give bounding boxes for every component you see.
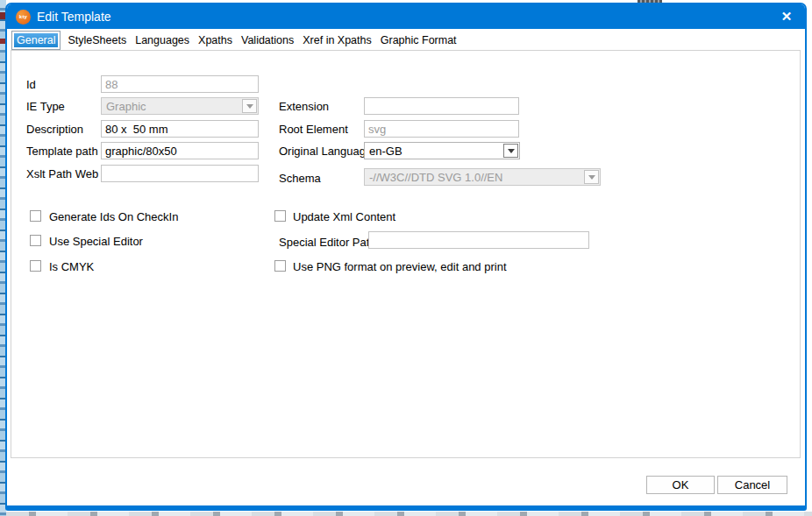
update-xml-label: Update Xml Content [293,210,395,223]
tab-bar: General StyleSheets Languages Xpaths Val… [11,31,461,50]
schema-label: Schema [279,172,321,185]
schema-dropdown-button [584,170,599,184]
special-editor-path-label: Special Editor Path [279,236,376,249]
ie-type-dropdown-button [242,99,257,113]
close-icon[interactable]: ✕ [777,9,796,25]
tab-stylesheets[interactable]: StyleSheets [63,32,131,49]
ie-type-combobox: Graphic [101,97,259,115]
original-language-dropdown-button[interactable] [503,144,518,158]
generate-ids-checkbox[interactable] [30,210,41,222]
original-language-value: en-GB [365,145,503,158]
use-special-editor-checkbox[interactable] [30,235,41,246]
dialog-client-area: General StyleSheets Languages Xpaths Val… [7,29,805,505]
root-element-label: Root Element [279,123,348,136]
use-special-editor-label: Use Special Editor [49,235,143,248]
chevron-down-icon [508,149,515,153]
original-language-combobox[interactable]: en-GB [364,142,520,159]
window-title: Edit Template [37,10,111,24]
ok-button[interactable]: OK [646,476,715,494]
xslt-path-web-label: Xslt Path Web [26,167,98,180]
ie-type-label: IE Type [26,100,65,113]
xslt-path-web-field[interactable] [101,165,259,182]
generate-ids-label: Generate Ids On CheckIn [49,210,178,223]
id-field [101,75,259,93]
tab-validations[interactable]: Validations [237,32,298,49]
tab-xpaths[interactable]: Xpaths [194,32,237,49]
use-png-checkbox[interactable] [274,260,286,272]
app-logo-icon: kty [16,10,31,25]
original-language-label: Original Language [279,145,372,158]
is-cmyk-checkbox[interactable] [30,260,41,272]
cancel-button[interactable]: Cancel [717,476,787,494]
use-png-label: Use PNG format on preview, edit and prin… [293,260,507,273]
ie-type-value: Graphic [102,100,242,113]
tab-xref-in-xpaths[interactable]: Xref in Xpaths [298,32,376,49]
description-label: Description [26,123,83,136]
extension-field[interactable] [364,97,519,115]
is-cmyk-label: Is CMYK [49,260,94,273]
template-path-field[interactable] [101,142,259,159]
id-label: Id [26,78,36,91]
root-element-field [364,120,519,138]
tab-general[interactable]: General [11,31,61,50]
schema-combobox: -//W3C//DTD SVG 1.0//EN [364,168,601,186]
edit-template-dialog: kty Edit Template ✕ General StyleSheets … [5,3,807,511]
chevron-down-icon [246,104,253,109]
titlebar[interactable]: kty Edit Template ✕ [7,4,805,29]
tab-graphic-format[interactable]: Graphic Format [376,32,461,49]
background-window-peek-bottom [6,512,812,516]
template-path-label: Template path [26,145,98,158]
tab-languages[interactable]: Languages [131,32,194,49]
tab-general-label: General [14,33,58,47]
chevron-down-icon [588,175,595,180]
description-field[interactable] [101,120,259,138]
extension-label: Extension [279,100,329,113]
update-xml-checkbox[interactable] [274,210,286,222]
schema-value: -//W3C//DTD SVG 1.0//EN [365,171,584,184]
special-editor-path-field[interactable] [368,231,589,249]
